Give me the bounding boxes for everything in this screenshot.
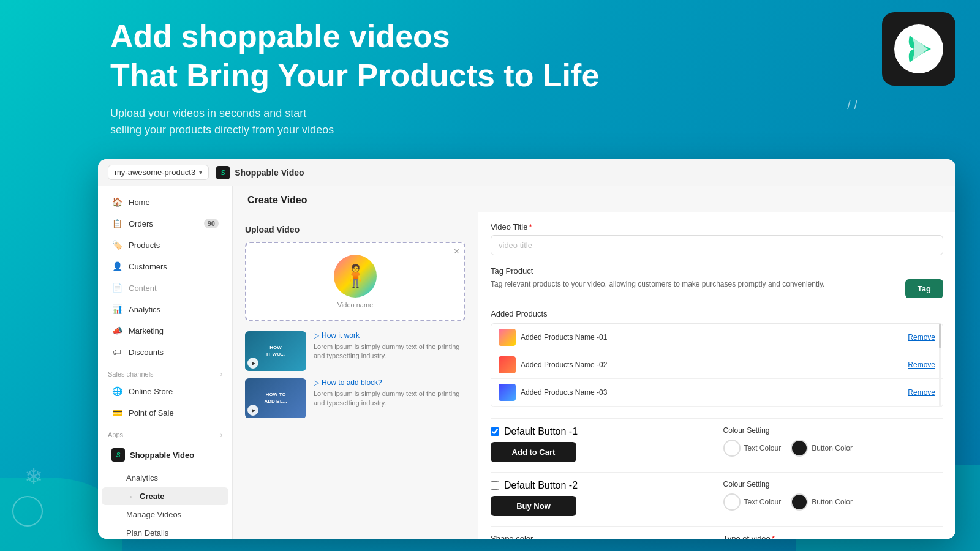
shape-type-row: Shape color Circle Outline Color Apply t… [491,534,943,539]
sidebar-item-label: Marketing [129,326,164,335]
play-icon-1: ▶ [247,358,258,369]
button-1-colour-config: Colour Setting Text Colour Button Color [723,426,944,462]
remove-button-2[interactable]: Remove [908,361,935,369]
button-1-checkbox-row: Default Button -1 [491,426,711,437]
colour-setting-label-1: Colour Setting [723,426,944,435]
remove-button-3[interactable]: Remove [908,388,935,397]
button-colour-swatch-2[interactable] [791,493,808,511]
sidebar-sub-analytics[interactable]: Analytics [102,469,228,487]
play-icon-2: ▶ [247,405,258,416]
sidebar-item-label: Analytics [129,305,160,314]
tutorial-link-1[interactable]: ▷ How it work [314,331,466,340]
sidebar-sub-create[interactable]: → Create [102,487,228,505]
sidebar-item-marketing[interactable]: 📣 Marketing [102,320,228,341]
active-arrow-icon: → [126,492,134,501]
window-body: 🏠 Home 📋 Orders 90 🏷️ Products 👤 Custome… [98,186,956,539]
shoppable-video-icon: S [111,448,125,462]
button-colour-label-1: Button Color [812,444,853,452]
expand-icon: › [221,371,222,378]
video-thumbnail: 🧍 [334,255,377,298]
button-2-config: Default Button -2 Buy Now [491,480,711,516]
main-window: my-awesome-product3 ▾ S Shoppable Video … [98,159,956,539]
video-title-section: Video Title* [491,222,943,255]
apps-expand-icon: › [221,432,222,438]
tutorial-link-2[interactable]: ▷ How to add block? [314,378,466,387]
orders-icon: 📋 [111,218,123,229]
tutorial-item-2: HOW TOADD BL... ▶ ▷ How to add block? [245,378,466,418]
button-1-checkbox[interactable] [491,427,499,436]
hero-title-line1: Add shoppable videos [110,18,870,55]
main-content: Create Video Upload Video × 🧍 Video name [233,186,956,539]
divider-3 [491,526,943,527]
sidebar: 🏠 Home 📋 Orders 90 🏷️ Products 👤 Custome… [98,186,233,539]
sidebar-item-discounts[interactable]: 🏷 Discounts [102,342,228,362]
text-colour-item-1: Text Colour [723,440,782,457]
sidebar-item-label: Products [129,241,160,250]
buy-now-button[interactable]: Buy Now [491,496,576,516]
window-topbar: my-awesome-product3 ▾ S Shoppable Video [98,159,956,186]
point-of-sale-icon: 💳 [111,407,123,418]
sidebar-item-customers[interactable]: 👤 Customers [102,256,228,277]
app-name-bar: S Shoppable Video [216,166,304,179]
home-icon: 🏠 [111,197,123,208]
sidebar-item-products[interactable]: 🏷️ Products [102,234,228,255]
button-2-checkbox[interactable] [491,481,499,490]
shoppable-video-section-header[interactable]: S Shoppable Video [102,443,228,467]
sidebar-item-label: Online Store [129,387,173,396]
sidebar-item-home[interactable]: 🏠 Home [102,192,228,212]
sidebar-item-label: Content [129,283,157,293]
app-icon-letter: S [221,169,225,176]
upload-dropzone[interactable]: × 🧍 Video name [245,242,466,321]
app-logo-inner [894,24,943,73]
remove-button-1[interactable]: Remove [908,333,935,342]
text-colour-label-1: Text Colour [744,444,782,452]
shape-section: Shape color Circle Outline Color Apply t… [491,534,711,539]
sidebar-sub-plan-details[interactable]: Plan Details [102,524,228,539]
play-icon-inline: ▷ [314,331,319,340]
discounts-icon: 🏷 [111,347,123,358]
product-name-1: Added Products Name -01 [521,333,903,342]
app-name-label: Shoppable Video [235,168,304,178]
sidebar-item-label: Customers [129,262,167,271]
text-colour-label-2: Text Colour [744,498,782,506]
sidebar-sub-manage-videos[interactable]: Manage Videos [102,506,228,523]
scroll-thumb [939,324,941,348]
sidebar-item-label: Discounts [129,348,164,357]
button-colour-swatch-1[interactable] [791,440,808,457]
tutorial-list: HOWIT WO... ▶ ▷ How it work [245,331,466,418]
sidebar-item-analytics[interactable]: 📊 Analytics [102,299,228,320]
close-icon[interactable]: × [454,247,459,257]
sales-channels-section: Sales channels › [98,363,232,380]
table-row: Added Products Name -01 Remove [491,324,943,351]
video-title-input[interactable] [491,235,943,255]
colour-row-1: Text Colour Button Color [723,440,944,457]
sidebar-item-orders[interactable]: 📋 Orders 90 [102,213,228,234]
button-colour-item-2: Button Color [791,493,853,511]
tutorial-info-2: ▷ How to add block? Lorem ipsum is simpl… [314,378,466,408]
colour-row-2: Text Colour Button Color [723,493,944,511]
sidebar-item-online-store[interactable]: 🌐 Online Store [102,381,228,402]
add-to-cart-button[interactable]: Add to Cart [491,442,576,462]
bg-snowflake-left: ❄ [24,464,43,490]
sidebar-item-label: Point of Sale [129,408,174,418]
tutorial-desc-2: Lorem ipsum is simply dummy text of the … [314,389,466,408]
text-colour-swatch-1[interactable] [723,440,741,457]
table-row: Added Products Name -03 Remove [491,379,943,407]
type-of-video-label: Type of video* [723,534,944,539]
button-colour-item-1: Button Color [791,440,853,457]
sidebar-item-point-of-sale[interactable]: 💳 Point of Sale [102,402,228,423]
app-icon-small: S [216,166,230,179]
text-colour-swatch-2[interactable] [723,493,741,511]
store-selector[interactable]: my-awesome-product3 ▾ [108,165,209,180]
content-icon: 📄 [111,282,123,293]
type-section: Type of video* Sticky play ▲ [723,534,944,539]
upload-panel: Upload Video × 🧍 Video name [233,212,478,539]
tag-product-desc: Tag relevant products to your video, all… [491,279,824,290]
tutorial-item-1: HOWIT WO... ▶ ▷ How it work [245,331,466,371]
content-body: Upload Video × 🧍 Video name [233,212,956,539]
video-title-label: Video Title* [491,222,943,231]
tag-button[interactable]: Tag [905,279,943,298]
sidebar-item-content[interactable]: 📄 Content [102,277,228,298]
play-icon-inline-2: ▷ [314,378,319,387]
shoppable-video-label: Shoppable Video [130,451,194,460]
